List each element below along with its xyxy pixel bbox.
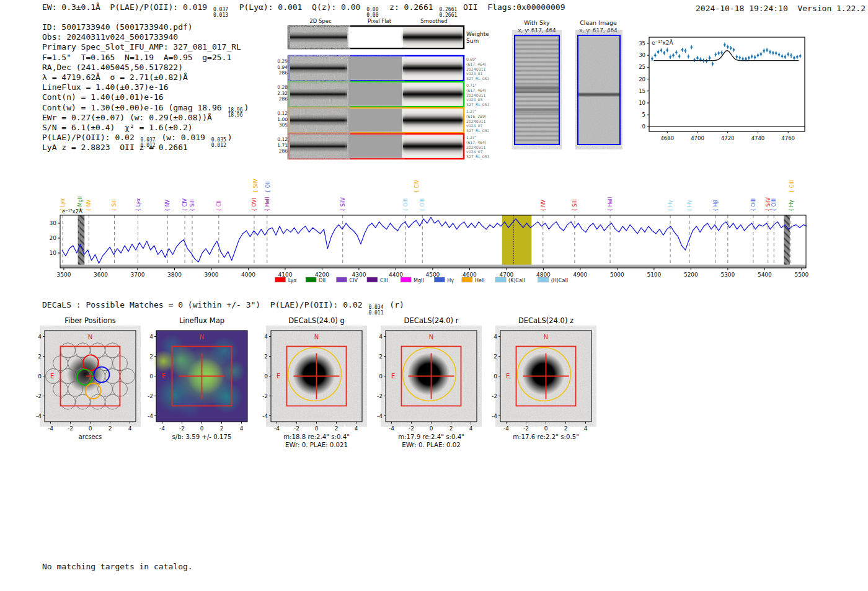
flux-data-point (730, 47, 732, 50)
emission-line-label: { CII (216, 200, 222, 211)
cutout-x-tick: 4 (240, 425, 244, 432)
spectrum-y-tick: 10 (50, 250, 57, 256)
legend-swatch (401, 277, 411, 282)
flux-data-point (751, 55, 753, 58)
info-line: ID: 5001733940 (5001733940.pdf) (42, 22, 249, 32)
spec2d-row-annotation: v024_03 (466, 97, 483, 102)
spectrum-x-tick: 4500 (425, 272, 440, 278)
legend-item: Lyα (275, 277, 297, 283)
legend-label: OII (319, 278, 326, 283)
spec2d-row-annotation: v024_07 (466, 123, 483, 128)
cutout-x-tick: -2 (68, 425, 73, 432)
info-line: LineFlux = 1.40(±0.37)e-16 (42, 82, 249, 92)
spectrum-x-tick: 4100 (278, 272, 292, 278)
cutout-caption: m:18.8 re:2.4" s:0.4" (283, 433, 350, 440)
flux-data-point (796, 56, 799, 58)
zoom-x-tick: 4680 (660, 135, 674, 141)
flux-data-point (790, 55, 792, 57)
spec2d-cutout-grid: 2D SpecPixel FlatSmoothedWeightedSum0.29… (272, 16, 489, 165)
emission-line-label: { OIII (403, 198, 409, 211)
legend-item: (H)CaII (538, 277, 568, 283)
cutout-caption: EWr: 0. PLAE: 0.021 (285, 442, 348, 448)
emission-line-label: { Hγ (789, 200, 794, 211)
cutout-y-tick: -4 (492, 413, 497, 419)
emission-line-label: { CIII (789, 180, 795, 193)
flux-data-point (772, 52, 774, 55)
spec2d-row-stat: 2.32 (277, 91, 288, 96)
spec2d-row-annotation: (617, 464) (466, 62, 486, 66)
text-segment: RA,Dec (241.405045,50.517822) (42, 63, 183, 72)
text-segment: EW: 0.3±0.1Å (42, 2, 110, 12)
flux-data-point (799, 55, 802, 58)
flux-data-point (781, 55, 784, 58)
report-meta: 2024-10-18 19:24:10 Version 1.22.2 (645, 4, 866, 14)
info-line: RA,Dec (241.405045,50.517822) (42, 63, 249, 73)
text-segment: EWr = 0.27(±0.07) (w: 0.29(±0.08))Å (42, 113, 212, 122)
info-line: Cont(n) = 1.40(±0.01)e-16 (42, 92, 249, 102)
spectrum-x-tick: 5500 (794, 272, 808, 278)
flux-data-point (690, 46, 693, 48)
flux-data-point (651, 58, 653, 60)
zoom-y-tick: 35 (639, 40, 645, 47)
spec2d-row-stat: 0.12 (277, 136, 288, 142)
cutout-x-tick: -4 (48, 425, 53, 432)
compass-north-label: N (544, 334, 548, 340)
with-sky-title: With Sky (524, 19, 550, 26)
clean-image-title: Clean Image (580, 19, 617, 26)
spectrum-x-tick: 5200 (684, 272, 698, 278)
flux-data-point (672, 54, 675, 56)
zoom-flux-units-label: e⁻¹⁷x2Å (652, 39, 674, 46)
spec2d-row-stat: 1.71 (277, 143, 288, 148)
cutout-x-tick: -4 (159, 425, 165, 432)
cutout-title: DECaLS(24.0) z (518, 316, 574, 325)
spectrum-y-tick: 20 (50, 235, 57, 241)
spec2d-row-annotation: v024_07 (466, 149, 483, 154)
emission-line-label: { Hγ (687, 200, 693, 211)
compass-east-label: E (50, 373, 54, 380)
emission-line-label: { OVI (252, 198, 257, 211)
cutout-y-tick: 0 (38, 373, 42, 380)
flux-data-point (793, 57, 795, 60)
flux-data-point (678, 55, 681, 58)
spec2d-row-annotation: 20240311 (466, 93, 486, 97)
text-segment: (w: 0.019 (157, 133, 210, 142)
flux-data-point (724, 43, 726, 46)
spec2d-row-annotation: 0.69" (466, 57, 477, 61)
spectrum-x-tick: 5400 (758, 272, 772, 278)
flux-data-point (784, 56, 787, 58)
galaxy-blob (523, 353, 565, 396)
emission-line-label: { HeII (265, 197, 270, 211)
ccd-image-panels: With Skyx, y: 617, 464Clean Imagex, y: 6… (505, 16, 629, 149)
cutout-title: DECaLS(24.0) r (404, 316, 459, 325)
flux-data-point (660, 49, 663, 51)
flux-data-point (760, 53, 763, 55)
report-version: Version 1.22.2 (797, 4, 866, 13)
flux-data-point (654, 54, 657, 56)
spectrum-x-tick: 3600 (94, 272, 108, 278)
spectrum-x-tick: 4300 (352, 272, 366, 278)
cutout-x-tick: 4 (355, 425, 358, 432)
text-segment: P(Lyα): 0.001 Q(z): 0.00 (229, 2, 365, 12)
legend-swatch (306, 277, 316, 282)
flux-data-point (712, 63, 714, 65)
flux-data-point (684, 50, 687, 52)
cutout-y-tick: -4 (262, 413, 268, 419)
masked-region (78, 215, 85, 268)
cutout-y-tick: 4 (494, 334, 497, 340)
emission-line-label: { NV (86, 199, 92, 211)
legend-item: CIII (367, 277, 388, 283)
flux-data-point (738, 56, 741, 59)
text-segment: ID: 5001733940 (5001733940.pdf) (42, 22, 193, 32)
text-segment: F=1.5" T=0.165 N=1.19 A=0.95 g=25.1 (42, 53, 231, 62)
text-segment: Cont(w) = 1.30(±0.00)e-16 (gmag 18.96 (42, 103, 226, 112)
info-line: F=1.5" T=0.165 N=1.19 A=0.95 g=25.1 (42, 53, 249, 63)
legend-swatch (337, 277, 347, 282)
cutout-y-tick: -2 (377, 393, 383, 399)
spec2d-row-annotation: 327_RL_051 (466, 102, 489, 107)
info-line: Primary Spec_Slot_IFU_AMP: 327_081_017_R… (42, 42, 249, 52)
zoom-y-tick: 0 (642, 123, 645, 130)
spectrum-y-tick: 30 (50, 220, 57, 226)
flux-data-point (757, 54, 760, 56)
emission-line-label: { Hγ (668, 200, 673, 211)
legend-item: MgII (401, 277, 424, 283)
